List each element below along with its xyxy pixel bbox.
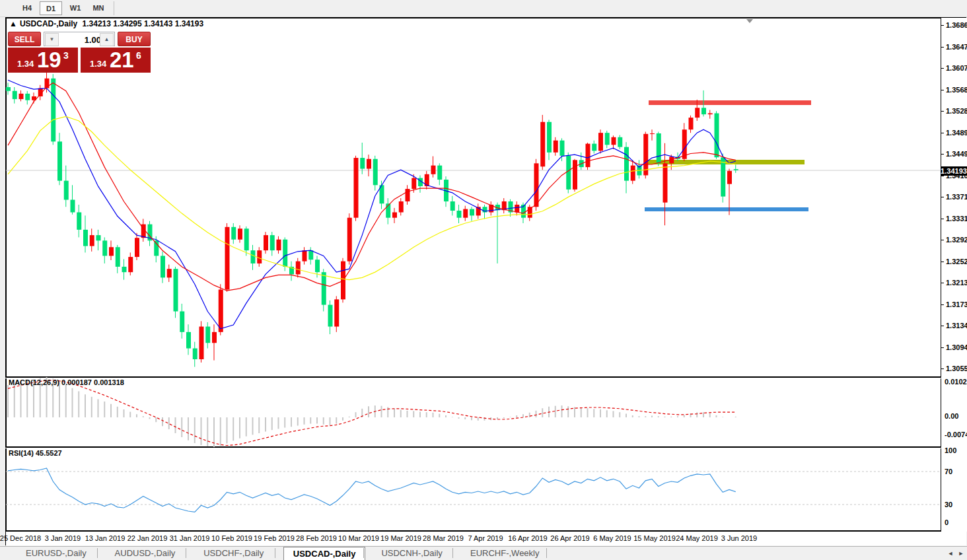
price-tick-label: 1.30550	[946, 365, 967, 372]
price-tick-mark	[941, 347, 944, 348]
tab-separator	[97, 548, 98, 558]
price-tick-mark	[941, 111, 944, 112]
date-label: 31 Jan 2019	[170, 534, 210, 542]
date-label: 19 Mar 2019	[380, 534, 421, 542]
price-tick-mark	[941, 154, 944, 155]
price-tick-label: 1.36860	[946, 21, 967, 29]
buy-price-big: 21	[110, 48, 134, 73]
price-tick-mark	[941, 283, 944, 283]
macd-panel-separator[interactable]	[5, 376, 967, 378]
tab-separator	[546, 548, 547, 558]
timeframe-button-h4[interactable]: H4	[17, 1, 38, 15]
price-tick-label: 1.36070	[946, 64, 967, 72]
date-label: 25 Dec 2018	[0, 534, 41, 542]
symbol-tab-bar: EURUSD-,DailyAUDUSD-,DailyUSDCHF-,DailyU…	[0, 546, 967, 560]
date-label: 15 May 2019	[633, 534, 676, 542]
buy-price-prefix: 1.34	[90, 59, 106, 69]
macd-axis-zero: 0.00	[945, 412, 958, 420]
price-tick-label: 1.32520	[946, 258, 967, 265]
volume-stepper: ▼ ▲	[44, 32, 115, 46]
price-tick-mark	[941, 326, 944, 326]
price-tick-label: 1.32130	[946, 279, 967, 287]
symbol-tab-usdcnhdaily[interactable]: USDCNH-,Daily	[372, 547, 451, 560]
price-tick-mark	[941, 262, 944, 262]
tab-separator	[275, 548, 275, 558]
rsi-axis-label: 30	[945, 501, 952, 508]
date-axis[interactable]: 25 Dec 20183 Jan 201913 Jan 201922 Jan 2…	[6, 532, 941, 545]
chart-ohlc-values: 1.34213 1.34295 1.34143 1.34193	[83, 19, 204, 28]
sell-button[interactable]: SELL	[8, 32, 41, 46]
price-tick-mark	[941, 133, 944, 133]
price-tick-mark	[941, 240, 944, 240]
rsi-axis-label: 100	[945, 446, 956, 454]
price-tick-mark	[941, 90, 944, 90]
price-tick-label: 1.33310	[946, 215, 967, 223]
date-label: 26 Apr 2019	[550, 534, 589, 542]
symbol-tab-usdchfdaily[interactable]: USDCHF-,Daily	[194, 547, 273, 560]
date-label: 28 Feb 2019	[296, 534, 337, 542]
collapse-icon[interactable]: ▲	[9, 19, 17, 28]
sell-price-big: 19	[37, 48, 61, 73]
date-label: 28 Mar 2019	[423, 534, 464, 542]
date-label: 10 Mar 2019	[338, 534, 379, 542]
price-tick-mark	[941, 25, 944, 26]
buy-price-display[interactable]: 1.34 21 6	[81, 48, 151, 73]
rsi-axis-label: 0	[945, 518, 949, 526]
price-tick-label: 1.35280	[946, 107, 967, 115]
one-click-trading-panel: SELL ▼ ▲ BUY 1.34 19 3 1.34 21 6	[8, 32, 151, 73]
buy-button[interactable]: BUY	[118, 32, 151, 46]
price-tick-label: 1.35680	[946, 86, 967, 94]
price-tick-mark	[941, 219, 944, 219]
sell-price-sup: 3	[63, 50, 69, 61]
timeframe-toolbar: H4D1W1MN	[0, 0, 967, 17]
price-tick-label: 1.30940	[946, 343, 967, 351]
chart-window[interactable]	[5, 17, 966, 545]
symbol-tab-eurchfweekly[interactable]: EURCHF-,Weekly	[461, 547, 549, 560]
date-label: 13 Jan 2019	[85, 534, 125, 542]
symbol-tab-eurusddaily[interactable]: EURUSD-,Daily	[17, 547, 96, 560]
rsi-panel-separator[interactable]	[5, 446, 967, 448]
sell-price-prefix: 1.34	[17, 59, 34, 69]
chart-symbol: USDCAD-,Daily	[20, 19, 77, 28]
date-label: 7 Apr 2019	[468, 534, 503, 542]
price-tick-label: 1.36470	[946, 43, 967, 51]
tab-separator	[186, 548, 186, 558]
mt4-window: H4D1W1MN ▲USDCAD-,Daily 1.34213 1.34295 …	[0, 0, 967, 560]
tab-scroll-right-icon[interactable]: ►	[956, 549, 966, 558]
sell-price-display[interactable]: 1.34 19 3	[8, 48, 78, 73]
price-tick-label: 1.31340	[946, 322, 967, 330]
date-label: 22 Jan 2019	[127, 534, 168, 542]
date-label: 24 May 2019	[676, 534, 718, 542]
date-label: 3 Jan 2019	[45, 534, 81, 542]
tab-separator	[452, 548, 453, 558]
chart-title: ▲USDCAD-,Daily 1.34213 1.34295 1.34143 1…	[9, 19, 206, 28]
timeframe-button-w1[interactable]: W1	[65, 1, 86, 15]
volume-decrease-icon[interactable]: ▼	[45, 33, 59, 46]
macd-axis-max: 0.010229	[945, 378, 967, 386]
tab-scroll-left-icon[interactable]: ◄	[946, 549, 955, 558]
rsi-label: RSI(14) 45.5527	[9, 449, 62, 457]
price-tick-mark	[941, 197, 944, 197]
date-label: 16 Apr 2019	[508, 534, 547, 542]
timeframe-button-mn[interactable]: MN	[88, 1, 109, 15]
price-tick-label: 1.34490	[946, 150, 967, 158]
price-tick-mark	[941, 368, 944, 369]
buy-price-sup: 6	[136, 50, 141, 61]
price-axis[interactable]: 1.368601.364701.360701.356801.352801.348…	[941, 18, 967, 532]
date-label: 6 May 2019	[593, 534, 631, 542]
date-label: 19 Feb 2019	[254, 534, 295, 542]
current-price-tag: 1.34193	[941, 166, 967, 176]
macd-label: MACD(12,26,9) 0.000187 0.001318	[9, 378, 124, 386]
price-tick-label: 1.34890	[946, 129, 967, 137]
symbol-tab-usdcaddaily[interactable]: USDCAD-,Daily	[283, 547, 366, 560]
toolbar-separator	[114, 1, 114, 15]
volume-increase-icon[interactable]: ▲	[100, 33, 114, 46]
price-tick-label: 1.33710	[946, 193, 967, 201]
rsi-axis-label: 70	[945, 468, 952, 475]
price-tick-label: 1.31730	[946, 300, 967, 308]
timeframe-button-d1[interactable]: D1	[40, 1, 62, 15]
volume-input[interactable]	[59, 32, 102, 47]
price-tick-mark	[941, 47, 944, 48]
symbol-tab-audusddaily[interactable]: AUDUSD-,Daily	[106, 547, 185, 560]
price-tick-mark	[941, 304, 944, 305]
